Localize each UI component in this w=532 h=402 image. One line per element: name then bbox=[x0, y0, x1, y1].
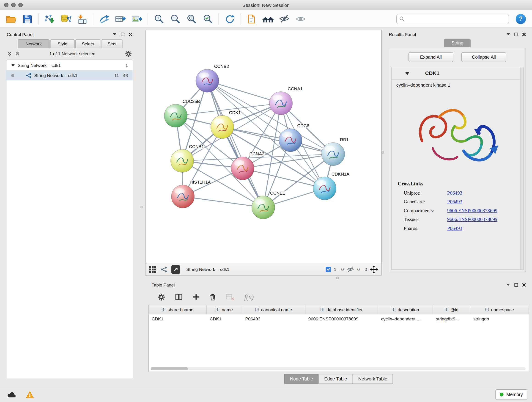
crosslink-tissues-link[interactable]: 9606.ENSP00000378699 bbox=[447, 217, 523, 222]
first-neighbors-button[interactable] bbox=[261, 12, 275, 26]
network-options-gear-icon[interactable] bbox=[125, 51, 132, 57]
panel-close-icon[interactable] bbox=[522, 32, 526, 36]
toolbar-separator bbox=[219, 13, 219, 25]
gene-header[interactable]: CDK1 bbox=[392, 67, 523, 80]
scrollbar-thumb[interactable] bbox=[151, 367, 188, 370]
function-builder-button[interactable]: f(x) bbox=[244, 293, 254, 301]
zoom-fit-button[interactable] bbox=[184, 12, 198, 26]
warnings-button[interactable] bbox=[23, 389, 37, 400]
help-button[interactable]: ? bbox=[516, 14, 526, 24]
minimize-traffic-light[interactable] bbox=[11, 3, 16, 7]
network-collection-row[interactable]: String Network – cdk1 1 bbox=[6, 60, 133, 70]
refresh-view-button[interactable] bbox=[222, 12, 237, 26]
panel-float-icon[interactable] bbox=[506, 33, 510, 36]
results-vertical-scrollbar[interactable] bbox=[520, 67, 523, 269]
network-graph[interactable]: CCNB2CCNA1CDC25BCDK1CDC6RB1CCNB1CCNA2CDK… bbox=[146, 30, 381, 263]
expand-all-icon[interactable] bbox=[15, 51, 20, 56]
panel-close-icon[interactable] bbox=[128, 32, 132, 36]
column-header-shared-name[interactable]: shared name bbox=[149, 305, 207, 314]
maximize-traffic-light[interactable] bbox=[18, 3, 23, 7]
export-table-button[interactable] bbox=[114, 12, 128, 26]
tab-sets[interactable]: Sets bbox=[101, 39, 123, 48]
horizontal-splitter-handle[interactable] bbox=[336, 277, 339, 279]
tree-caret-icon[interactable] bbox=[11, 64, 15, 66]
grid-view-icon[interactable] bbox=[149, 266, 157, 273]
export-image-button[interactable] bbox=[130, 12, 144, 26]
panel-float-icon[interactable] bbox=[506, 283, 510, 286]
tab-edge-table[interactable]: Edge Table bbox=[318, 374, 353, 384]
network-node-CCNB2[interactable] bbox=[196, 69, 219, 92]
collapse-all-icon[interactable] bbox=[7, 51, 12, 56]
column-header-namespace[interactable]: namespace bbox=[470, 305, 529, 314]
network-node-CCNA2[interactable] bbox=[231, 157, 254, 180]
panel-float-icon[interactable] bbox=[113, 33, 117, 36]
crosslinks-list: Uniprot: P06493 GeneCard: P06493 Compart… bbox=[392, 186, 523, 231]
column-header-id[interactable]: @id bbox=[433, 305, 470, 314]
crosslink-compartments-link[interactable]: 9606.ENSP00000378699 bbox=[447, 208, 523, 213]
expand-all-button[interactable]: Expand All bbox=[409, 52, 453, 62]
network-node-HIST1H1A[interactable] bbox=[171, 185, 195, 208]
vertical-splitter-handle[interactable] bbox=[140, 206, 143, 208]
show-columns-icon[interactable] bbox=[175, 294, 183, 300]
network-node-CCNE1[interactable] bbox=[252, 196, 275, 219]
network-node-CDC25B[interactable] bbox=[164, 104, 187, 128]
network-list: String Network – cdk1 1 String Network –… bbox=[6, 60, 133, 378]
crosslink-pharos-link[interactable]: P06493 bbox=[447, 225, 523, 231]
network-edge-CCNB2-CCNE1[interactable] bbox=[207, 81, 263, 207]
tab-style[interactable]: Style bbox=[50, 39, 75, 48]
network-node-CCNA1[interactable] bbox=[269, 92, 293, 115]
cloud-status-button[interactable] bbox=[5, 389, 18, 400]
table-horizontal-scrollbar[interactable] bbox=[151, 367, 526, 370]
panel-close-icon[interactable] bbox=[522, 283, 526, 287]
new-network-button[interactable] bbox=[97, 12, 111, 26]
show-all-button[interactable] bbox=[293, 12, 308, 26]
network-node-CDC6[interactable] bbox=[279, 128, 302, 152]
tab-network-table[interactable]: Network Table bbox=[353, 374, 393, 384]
collapse-all-button[interactable]: Collapse All bbox=[462, 52, 506, 62]
column-header-description[interactable]: description bbox=[378, 305, 433, 314]
import-network-from-database-button[interactable] bbox=[59, 12, 73, 26]
column-header-database-identifier[interactable]: database identifier bbox=[305, 305, 378, 314]
column-header-name[interactable]: name bbox=[207, 305, 242, 314]
network-row[interactable]: String Network – cdk1 11 48 bbox=[6, 70, 133, 80]
tab-string[interactable]: String bbox=[444, 39, 471, 47]
tab-node-table[interactable]: Node Table bbox=[284, 374, 319, 384]
hide-selected-button[interactable] bbox=[277, 12, 291, 26]
zoom-out-button[interactable] bbox=[168, 12, 182, 26]
table-options-gear-icon[interactable] bbox=[158, 293, 165, 300]
network-canvas[interactable]: CCNB2CCNA1CDC25BCDK1CDC6RB1CCNB1CCNA2CDK… bbox=[145, 30, 382, 263]
search-box[interactable] bbox=[396, 14, 509, 24]
open-document-button[interactable] bbox=[245, 12, 259, 26]
selected-items-checkbox[interactable] bbox=[326, 267, 331, 272]
close-traffic-light[interactable] bbox=[4, 3, 8, 7]
zoom-selected-button[interactable] bbox=[201, 12, 215, 26]
delete-column-trash-icon[interactable] bbox=[210, 293, 216, 300]
crosslink-uniprot-link[interactable]: P06493 bbox=[447, 190, 523, 196]
column-header-canonical-name[interactable]: canonical name bbox=[242, 305, 305, 314]
tab-network[interactable]: Network bbox=[18, 39, 50, 48]
network-node-CDK1[interactable] bbox=[211, 115, 234, 138]
open-session-button[interactable] bbox=[4, 12, 18, 26]
add-column-icon[interactable] bbox=[193, 294, 200, 300]
network-node-CDKN1A[interactable] bbox=[313, 177, 336, 200]
table-row[interactable]: CDK1 CDK1 P06493 9606.ENSP00000378699 cy… bbox=[149, 314, 529, 323]
import-table-from-file-button[interactable] bbox=[75, 12, 89, 26]
memory-button[interactable]: Memory bbox=[495, 389, 527, 400]
view-share-icon[interactable] bbox=[160, 266, 167, 273]
panel-maximize-icon[interactable] bbox=[514, 32, 518, 36]
panel-maximize-icon[interactable] bbox=[514, 283, 518, 287]
network-node-RB1[interactable] bbox=[322, 143, 345, 166]
zoom-in-button[interactable] bbox=[152, 12, 166, 26]
vertical-splitter-handle[interactable] bbox=[381, 151, 384, 154]
open-view-in-window-button[interactable] bbox=[171, 265, 180, 274]
gene-collapse-caret-icon[interactable] bbox=[405, 72, 409, 75]
network-edge-HIST1H1A-CCNE1[interactable] bbox=[183, 196, 263, 207]
save-session-button[interactable] bbox=[20, 12, 35, 26]
tab-select[interactable]: Select bbox=[75, 39, 101, 48]
birds-eye-view-icon[interactable] bbox=[370, 265, 378, 274]
network-node-CCNB1[interactable] bbox=[171, 149, 194, 172]
import-network-from-file-button[interactable] bbox=[42, 12, 57, 26]
panel-maximize-icon[interactable] bbox=[121, 32, 124, 36]
crosslink-genecard-link[interactable]: P06493 bbox=[447, 199, 523, 205]
search-input[interactable] bbox=[406, 16, 506, 22]
